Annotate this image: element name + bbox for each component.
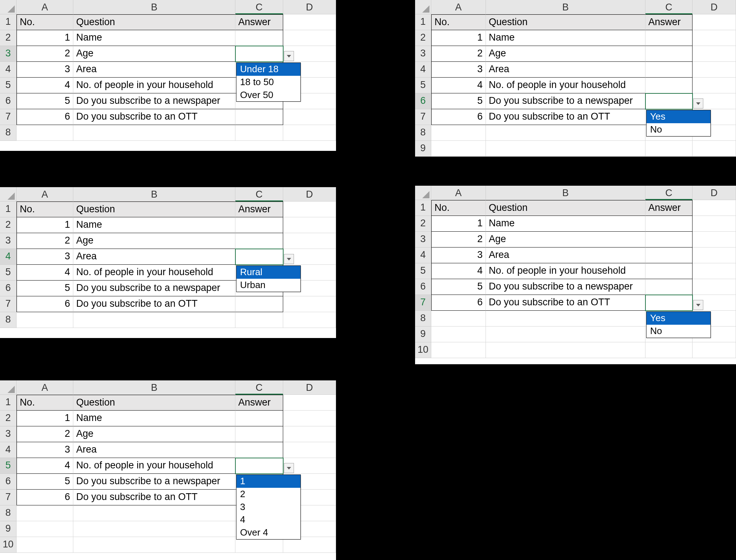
question-text[interactable]: Age bbox=[73, 426, 235, 442]
answer-cell[interactable] bbox=[645, 62, 693, 78]
row-header[interactable]: 9 bbox=[0, 521, 17, 537]
column-header-d[interactable]: D bbox=[693, 0, 736, 14]
question-text[interactable]: Area bbox=[73, 442, 235, 458]
dropdown-option[interactable]: Yes bbox=[647, 110, 710, 123]
dropdown-option[interactable]: Yes bbox=[647, 312, 710, 325]
cell[interactable] bbox=[283, 411, 336, 426]
cell[interactable] bbox=[486, 141, 645, 157]
question-number[interactable]: 3 bbox=[431, 62, 486, 78]
cell[interactable] bbox=[73, 125, 235, 141]
cell[interactable] bbox=[693, 14, 736, 30]
answer-cell[interactable] bbox=[235, 109, 283, 125]
row-header[interactable]: 2 bbox=[415, 216, 431, 232]
question-number[interactable]: 6 bbox=[17, 109, 73, 125]
answer-cell[interactable] bbox=[235, 296, 283, 312]
cell[interactable] bbox=[283, 30, 336, 46]
cell[interactable] bbox=[283, 202, 336, 217]
question-number[interactable]: 3 bbox=[431, 247, 486, 263]
selected-cell[interactable] bbox=[645, 93, 693, 109]
column-header-a[interactable]: A bbox=[17, 380, 73, 395]
column-header-c[interactable]: C bbox=[645, 186, 693, 200]
row-header[interactable]: 5 bbox=[0, 78, 17, 93]
cell[interactable] bbox=[693, 141, 736, 157]
answer-cell[interactable] bbox=[235, 411, 283, 426]
row-header[interactable]: 6 bbox=[0, 474, 17, 490]
row-header[interactable]: 6 bbox=[0, 281, 17, 296]
cell[interactable] bbox=[235, 125, 283, 141]
row-header[interactable]: 3 bbox=[0, 426, 17, 442]
question-number[interactable]: 3 bbox=[17, 249, 73, 265]
answer-cell[interactable] bbox=[235, 217, 283, 233]
column-header-c[interactable]: C bbox=[235, 187, 283, 202]
cell[interactable] bbox=[17, 505, 73, 521]
question-number[interactable]: 2 bbox=[17, 46, 73, 62]
question-text[interactable]: Do you subscribe to an OTT bbox=[73, 296, 235, 312]
cell[interactable] bbox=[17, 125, 73, 141]
dropdown-button[interactable] bbox=[284, 51, 294, 61]
column-header-d[interactable]: D bbox=[283, 380, 336, 395]
column-header-a[interactable]: A bbox=[431, 186, 486, 200]
column-header-d[interactable]: D bbox=[283, 0, 336, 14]
cell[interactable] bbox=[486, 311, 645, 327]
row-header[interactable]: 4 bbox=[0, 442, 17, 458]
cell[interactable] bbox=[283, 395, 336, 411]
column-header-b[interactable]: B bbox=[73, 380, 235, 395]
selected-cell[interactable] bbox=[235, 249, 283, 265]
row-header[interactable]: 10 bbox=[0, 537, 17, 553]
answer-cell[interactable] bbox=[645, 216, 693, 232]
question-number[interactable]: 5 bbox=[17, 281, 73, 296]
question-text[interactable]: Do you subscribe to an OTT bbox=[73, 490, 235, 505]
answer-cell[interactable] bbox=[235, 30, 283, 46]
question-text[interactable]: Do you subscribe to an OTT bbox=[486, 295, 645, 311]
select-all-corner[interactable] bbox=[0, 380, 17, 395]
row-header[interactable]: 6 bbox=[0, 93, 17, 109]
dropdown-option[interactable]: 2 bbox=[236, 488, 300, 501]
question-number[interactable]: 5 bbox=[431, 93, 486, 109]
row-header[interactable]: 8 bbox=[415, 125, 431, 141]
select-all-corner[interactable] bbox=[0, 187, 17, 202]
question-text[interactable]: Do you subscribe to a newspaper bbox=[73, 281, 235, 296]
dropdown-option[interactable]: Under 18 bbox=[236, 63, 300, 76]
question-text[interactable]: Name bbox=[486, 30, 645, 46]
row-header[interactable]: 1 bbox=[415, 14, 431, 30]
cell[interactable] bbox=[73, 521, 235, 537]
row-header[interactable]: 8 bbox=[415, 311, 431, 327]
question-number[interactable]: 2 bbox=[431, 232, 486, 247]
question-text[interactable]: Name bbox=[73, 217, 235, 233]
question-text[interactable]: Name bbox=[73, 30, 235, 46]
dropdown-option[interactable]: 3 bbox=[236, 501, 300, 514]
question-text[interactable]: Do you subscribe to a newspaper bbox=[486, 93, 645, 109]
question-text[interactable]: No. of people in your household bbox=[486, 263, 645, 279]
table-header-question[interactable]: Question bbox=[73, 395, 235, 411]
cell[interactable] bbox=[283, 14, 336, 30]
question-number[interactable]: 3 bbox=[17, 442, 73, 458]
row-header[interactable]: 9 bbox=[415, 141, 431, 157]
question-number[interactable]: 5 bbox=[431, 279, 486, 295]
dropdown-button[interactable] bbox=[693, 300, 703, 310]
cell[interactable] bbox=[283, 296, 336, 312]
column-header-c[interactable]: C bbox=[645, 0, 693, 14]
row-header[interactable]: 4 bbox=[0, 249, 17, 265]
question-text[interactable]: Age bbox=[73, 46, 235, 62]
question-text[interactable]: Name bbox=[73, 411, 235, 426]
cell[interactable] bbox=[17, 312, 73, 328]
cell[interactable] bbox=[17, 521, 73, 537]
dropdown-option[interactable]: Over 50 bbox=[236, 89, 300, 102]
cell[interactable] bbox=[693, 216, 736, 232]
dropdown-list[interactable]: 1234Over 4 bbox=[236, 475, 301, 540]
column-header-a[interactable]: A bbox=[17, 187, 73, 202]
answer-cell[interactable] bbox=[235, 233, 283, 249]
cell[interactable] bbox=[73, 312, 235, 328]
row-header[interactable]: 7 bbox=[0, 490, 17, 505]
answer-cell[interactable] bbox=[235, 442, 283, 458]
answer-cell[interactable] bbox=[645, 30, 693, 46]
question-number[interactable]: 1 bbox=[431, 216, 486, 232]
cell[interactable] bbox=[693, 279, 736, 295]
select-all-corner[interactable] bbox=[415, 186, 431, 200]
row-header[interactable]: 4 bbox=[0, 62, 17, 78]
cell[interactable] bbox=[431, 141, 486, 157]
row-header[interactable]: 4 bbox=[415, 247, 431, 263]
row-header[interactable]: 3 bbox=[415, 46, 431, 62]
row-header[interactable]: 8 bbox=[0, 505, 17, 521]
table-header-answer[interactable]: Answer bbox=[645, 200, 693, 216]
